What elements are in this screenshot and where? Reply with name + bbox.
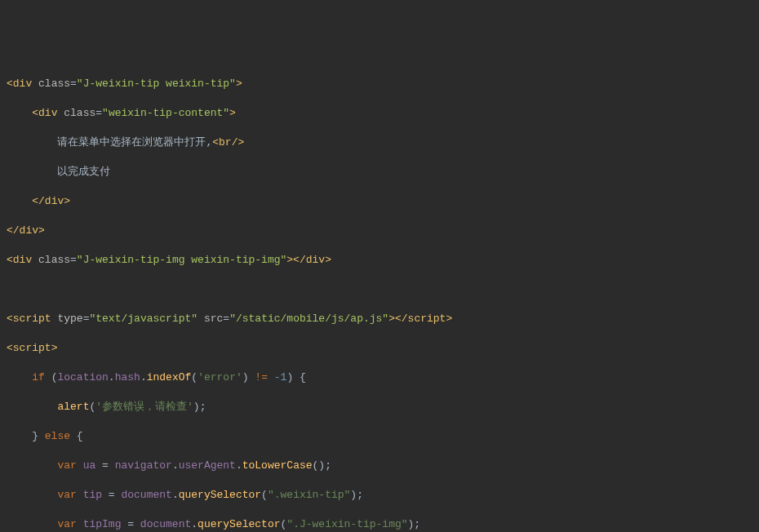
code-line bbox=[0, 282, 759, 297]
code-line: <div class="weixin-tip-content"> bbox=[0, 106, 759, 121]
code-line: alert('参数错误，请检查'); bbox=[0, 400, 759, 415]
code-line: } else { bbox=[0, 429, 759, 444]
code-line: if (location.hash.indexOf('error') != -1… bbox=[0, 370, 759, 385]
code-line: <script> bbox=[0, 341, 759, 356]
code-line: var ua = navigator.userAgent.toLowerCase… bbox=[0, 459, 759, 473]
code-line: </div> bbox=[0, 194, 759, 209]
code-line: 以完成支付 bbox=[0, 165, 759, 180]
code-line: var tipImg = document.querySelector(".J-… bbox=[0, 517, 759, 532]
code-editor[interactable]: <div class="J-weixin-tip weixin-tip"> <d… bbox=[0, 62, 759, 532]
code-line: <div class="J-weixin-tip-img weixin-tip-… bbox=[0, 253, 759, 268]
code-line: <script type="text/javascript" src="/sta… bbox=[0, 312, 759, 326]
code-line: <div class="J-weixin-tip weixin-tip"> bbox=[0, 77, 759, 91]
code-line: var tip = document.querySelector(".weixi… bbox=[0, 488, 759, 503]
code-line: 请在菜单中选择在浏览器中打开,<br/> bbox=[0, 135, 759, 150]
code-line: </div> bbox=[0, 224, 759, 238]
